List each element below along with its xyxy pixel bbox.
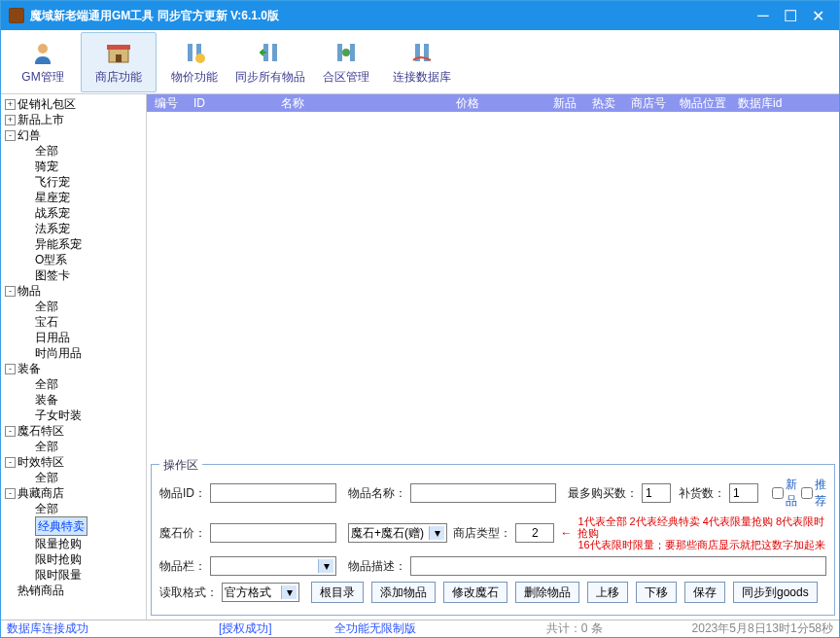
col-8[interactable]: 数据库id	[734, 94, 812, 112]
tree-node[interactable]: 日用品	[20, 330, 144, 345]
maximize-button[interactable]: ☐	[777, 2, 804, 29]
tree-node[interactable]: 全部	[20, 143, 144, 159]
tree-label[interactable]: 飞行宠	[35, 174, 70, 190]
restock-input[interactable]	[729, 483, 758, 503]
price-type-select[interactable]: 魔石+魔石(赠)▾	[348, 523, 447, 543]
tree-label[interactable]: 限量抢购	[35, 536, 82, 551]
tree-node[interactable]: 战系宠	[20, 205, 144, 221]
btn-添加物品[interactable]: 添加物品	[371, 582, 436, 603]
tree-label[interactable]: 全部	[35, 501, 58, 516]
btn-上移[interactable]: 上移	[587, 582, 628, 603]
tree-node[interactable]: 经典特卖	[20, 516, 144, 536]
col-3[interactable]: 价格	[452, 94, 549, 112]
toolbar-db[interactable]: 连接数据库	[384, 32, 460, 92]
btn-根目录[interactable]: 根目录	[311, 582, 364, 603]
tree-node[interactable]: 异能系宠	[20, 236, 144, 252]
tree-label[interactable]: 全部	[35, 439, 58, 454]
minimize-button[interactable]: ─	[750, 2, 777, 29]
tree-node[interactable]: 限量抢购	[20, 536, 144, 551]
tree-node[interactable]: 宝石	[20, 314, 144, 330]
tree-node[interactable]: -典藏商店	[3, 485, 144, 501]
item-name-input[interactable]	[410, 483, 556, 503]
toolbar-shop[interactable]: 商店功能	[81, 32, 157, 92]
tree-node[interactable]: -装备	[3, 361, 144, 376]
tree-node[interactable]: 法系宠	[20, 221, 144, 236]
tree-node[interactable]: 全部	[20, 299, 144, 314]
plus-icon[interactable]: +	[5, 115, 16, 125]
tree-node[interactable]: 全部	[20, 439, 144, 454]
tree-node[interactable]: -幻兽	[3, 127, 144, 143]
item-col-select[interactable]: ▾	[210, 556, 336, 576]
tree-label[interactable]: 物品	[18, 283, 41, 299]
tree-node[interactable]: 时尚用品	[20, 345, 144, 361]
minus-icon[interactable]: -	[5, 426, 16, 437]
recommend-checkbox[interactable]: 推荐	[801, 477, 826, 510]
col-5[interactable]: 热卖	[588, 94, 627, 112]
item-desc-input[interactable]	[410, 556, 826, 576]
tree-label[interactable]: 全部	[35, 470, 58, 485]
tree-label[interactable]: 典藏商店	[18, 485, 64, 501]
toolbar-sync[interactable]: 同步所有物品	[232, 32, 308, 92]
tree-label[interactable]: 法系宠	[35, 221, 70, 236]
tree-label[interactable]: 异能系宠	[35, 236, 82, 252]
new-checkbox[interactable]: 新品	[772, 477, 797, 510]
price-input[interactable]	[210, 523, 336, 543]
tree-label[interactable]: 装备	[18, 361, 41, 376]
minus-icon[interactable]: -	[5, 286, 16, 297]
tree-node[interactable]: +促销礼包区	[3, 96, 144, 112]
tree-label[interactable]: 星座宠	[35, 190, 70, 205]
max-buy-input[interactable]	[642, 483, 671, 503]
tree-node[interactable]: 全部	[20, 501, 144, 516]
tree-label[interactable]: 时尚用品	[35, 345, 82, 361]
btn-修改魔石[interactable]: 修改魔石	[443, 582, 508, 603]
col-0[interactable]: 编号	[151, 94, 190, 112]
tree-node[interactable]: 骑宠	[20, 159, 144, 174]
tree-label[interactable]: 骑宠	[35, 159, 58, 174]
plus-icon[interactable]: +	[5, 99, 16, 110]
tree-node[interactable]: -时效特区	[3, 454, 144, 470]
tree-node[interactable]: O型系	[20, 252, 144, 267]
tree-node[interactable]: 热销商品	[3, 583, 144, 598]
minus-icon[interactable]: -	[5, 457, 16, 468]
shop-type-input[interactable]	[515, 523, 554, 543]
read-fmt-select[interactable]: 官方格式▾	[222, 583, 299, 602]
tree-label[interactable]: 装备	[35, 392, 58, 408]
tree-node[interactable]: 装备	[20, 392, 144, 408]
col-6[interactable]: 商店号	[627, 94, 676, 112]
tree-label[interactable]: 限时限量	[35, 567, 82, 583]
tree-label[interactable]: 全部	[35, 299, 58, 314]
tree-node[interactable]: 限时抢购	[20, 551, 144, 567]
tree-node[interactable]: 子女时装	[20, 408, 144, 423]
tree-node[interactable]: 全部	[20, 376, 144, 392]
tree-node[interactable]: 限时限量	[20, 567, 144, 583]
tree-label[interactable]: 全部	[35, 376, 58, 392]
tree-label[interactable]: 全部	[35, 143, 58, 159]
item-id-input[interactable]	[210, 483, 336, 503]
btn-下移[interactable]: 下移	[636, 582, 677, 603]
btn-保存[interactable]: 保存	[684, 582, 725, 603]
toolbar-price[interactable]: 物价功能	[157, 32, 232, 92]
toolbar-merge[interactable]: 合区管理	[308, 32, 384, 92]
tree-label[interactable]: 时效特区	[18, 454, 64, 470]
col-2[interactable]: 名称	[277, 94, 452, 112]
col-1[interactable]: ID	[190, 94, 277, 112]
tree-label[interactable]: 图签卡	[35, 267, 70, 283]
tree-label[interactable]: 战系宠	[35, 205, 70, 221]
tree-label[interactable]: O型系	[35, 252, 67, 267]
tree-node[interactable]: +新品上市	[3, 112, 144, 127]
tree-label[interactable]: 促销礼包区	[18, 96, 76, 112]
category-tree[interactable]: +促销礼包区+新品上市-幻兽全部骑宠飞行宠星座宠战系宠法系宠异能系宠O型系图签卡…	[1, 94, 147, 620]
tree-node[interactable]: 飞行宠	[20, 174, 144, 190]
tree-node[interactable]: 图签卡	[20, 267, 144, 283]
table-body[interactable]	[147, 112, 839, 460]
tree-node[interactable]: 全部	[20, 470, 144, 485]
tree-label[interactable]: 限时抢购	[35, 551, 82, 567]
tree-label[interactable]: 日用品	[35, 330, 70, 345]
tree-label[interactable]: 魔石特区	[18, 423, 64, 439]
minus-icon[interactable]: -	[5, 364, 16, 374]
btn-删除物品[interactable]: 删除物品	[515, 582, 579, 603]
close-button[interactable]: ✕	[804, 2, 831, 29]
tree-label[interactable]: 幻兽	[18, 127, 41, 143]
btn-同步到goods[interactable]: 同步到goods	[733, 582, 818, 603]
col-7[interactable]: 物品位置	[676, 94, 734, 112]
